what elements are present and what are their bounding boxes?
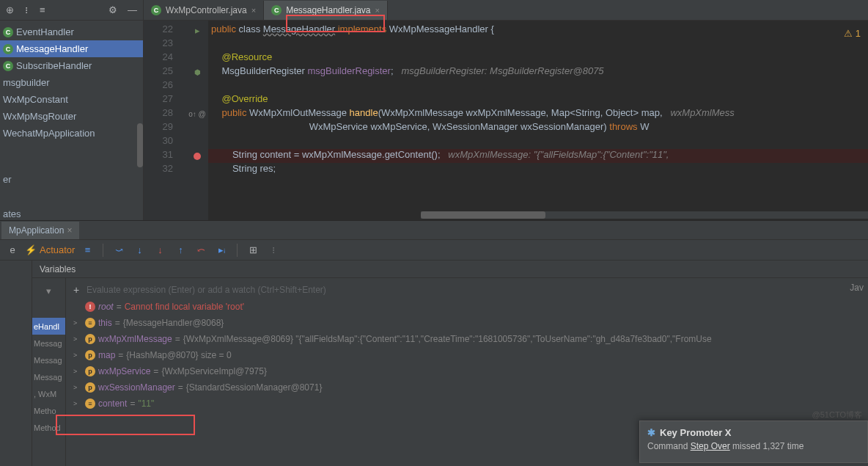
debug-tab[interactable]: MpApplication× <box>1 222 79 239</box>
class-icon: C <box>3 27 13 37</box>
debug-tabs: MpApplication× <box>0 221 868 240</box>
frames-column: ▾ eHandl Messag Messag Messag , WxM Meth… <box>32 278 66 466</box>
field-icon: ≡ <box>85 398 95 409</box>
step-over-icon[interactable]: ⤻ <box>111 242 127 258</box>
trace-icon[interactable]: ⫶ <box>265 242 282 258</box>
frame-item[interactable]: eHandl <box>32 318 65 335</box>
frame-item[interactable]: Messag <box>32 352 65 368</box>
evaluate-input[interactable]: + Evaluate expression (Enter) or add a w… <box>66 281 868 299</box>
warning-icon[interactable]: ⚠ 1 <box>844 28 861 39</box>
minimize-icon[interactable]: — <box>128 4 137 15</box>
tree-item[interactable]: CMessageHandler <box>0 40 143 57</box>
sidebar-toolbar: ⊕ ⫶ ≡ ⚙ — <box>0 0 143 21</box>
gutter: 22 23 24 25 26 27 28 29 30 31 32 <box>144 21 186 220</box>
variable-row[interactable]: !root = Cannot find local variable 'root… <box>66 299 868 315</box>
frame-item[interactable]: , WxM <box>32 385 65 402</box>
notification-popup[interactable]: ✱Key Promoter X Command Step Over missed… <box>639 421 868 463</box>
expand-icon[interactable]: ≡ <box>40 4 45 15</box>
actuator-icon: ⚡ <box>25 244 37 255</box>
variable-row[interactable]: >≡this = {MessageHandler@8068} <box>66 315 868 331</box>
class-icon: C <box>3 44 13 54</box>
class-icon: C <box>151 5 161 15</box>
collapse-icon[interactable]: ⫶ <box>24 4 29 15</box>
scrollbar-thumb[interactable] <box>137 123 143 167</box>
run-cursor-icon[interactable]: ▸ᵢ <box>213 242 229 258</box>
drop-frame-icon[interactable]: ⤺ <box>193 242 209 258</box>
actuator-button[interactable]: ⚡Actuator <box>25 244 75 255</box>
step-out-icon[interactable]: ↑ <box>172 242 188 258</box>
close-icon[interactable]: × <box>251 6 256 15</box>
step-into-icon[interactable]: ↓ <box>131 242 147 258</box>
close-icon[interactable]: × <box>375 6 380 15</box>
console-icon[interactable]: e <box>4 242 21 258</box>
target-icon[interactable]: ⊕ <box>6 4 14 15</box>
tab[interactable]: C WxMpController.java × <box>144 1 264 20</box>
tree-item[interactable]: WxMpMsgRouter <box>0 108 143 125</box>
project-tree: CEventHandler CMessageHandler CSubscribe… <box>0 21 143 220</box>
tree-item[interactable]: CEventHandler <box>0 23 143 40</box>
frame-item[interactable]: Metho <box>32 402 65 419</box>
variable-row[interactable]: >pwxMpService = {WxMpServiceImpl@7975} <box>66 363 868 379</box>
gear-icon[interactable]: ⚙ <box>108 4 117 15</box>
param-icon: p <box>85 382 95 393</box>
editor: C WxMpController.java × C MessageHandler… <box>144 0 868 220</box>
gutter-icons: ▸ ⬢ o↑ @ <box>186 21 208 220</box>
param-icon: p <box>85 334 95 344</box>
debug-toolbar: e ⚡Actuator ≡ ⤻ ↓ ↓ ↑ ⤺ ▸ᵢ ⊞ ⫶ <box>0 240 868 261</box>
watermark: @51CTO博客 <box>812 409 862 421</box>
tree-item[interactable]: er <box>0 171 143 188</box>
param-icon: p <box>85 366 95 376</box>
tree-item[interactable]: msgbuilder <box>0 74 143 91</box>
bean-icon[interactable]: ⬢ <box>194 68 201 76</box>
param-icon: p <box>85 350 95 360</box>
tree-item[interactable]: ates <box>0 205 143 220</box>
tree-item[interactable]: CSubscribeHandler <box>0 57 143 74</box>
breakpoint-icon[interactable] <box>194 153 201 160</box>
debug-left-toolbar <box>0 261 32 466</box>
variable-row[interactable]: >pmap = {HashMap@8070} size = 0 <box>66 347 868 363</box>
variable-row[interactable]: >pwxSessionManager = {StandardSessionMan… <box>66 379 868 396</box>
horizontal-scrollbar[interactable] <box>421 211 868 219</box>
project-sidebar: ⊕ ⫶ ≡ ⚙ — CEventHandler CMessageHandler … <box>0 0 144 220</box>
variable-row[interactable]: >≡content = "11" <box>66 396 868 412</box>
code-body[interactable]: public class MessageHandler implements W… <box>208 21 868 220</box>
threads-icon[interactable]: ≡ <box>79 242 95 258</box>
force-step-icon[interactable]: ↓ <box>152 242 168 258</box>
editor-tabs: C WxMpController.java × C MessageHandler… <box>144 0 868 21</box>
field-icon: ≡ <box>85 318 95 328</box>
variables-header: Variables <box>32 261 868 278</box>
evaluate-icon[interactable]: ⊞ <box>245 242 261 258</box>
plugin-icon: ✱ <box>647 427 655 438</box>
tree-item[interactable]: WxMpConstant <box>0 91 143 108</box>
code-area[interactable]: 22 23 24 25 26 27 28 29 30 31 32 ▸ ⬢ o↑ … <box>144 21 868 220</box>
frame-item[interactable]: Method <box>32 419 65 436</box>
error-icon: ! <box>85 302 95 312</box>
override-icon[interactable]: o↑ @ <box>188 110 206 118</box>
tab[interactable]: C MessageHandler.java × <box>264 1 388 20</box>
class-icon: C <box>271 5 282 15</box>
frame-item[interactable]: Messag <box>32 368 65 385</box>
run-icon[interactable]: ▸ <box>195 25 200 36</box>
class-icon: C <box>3 61 13 71</box>
add-watch-icon[interactable]: + <box>72 284 81 296</box>
tree-item[interactable]: WechatMpApplication <box>0 125 143 142</box>
variable-row[interactable]: >pwxMpXmlMessage = {WxMpXmlMessage@8069}… <box>66 331 868 347</box>
frame-item[interactable]: Messag <box>32 335 65 352</box>
